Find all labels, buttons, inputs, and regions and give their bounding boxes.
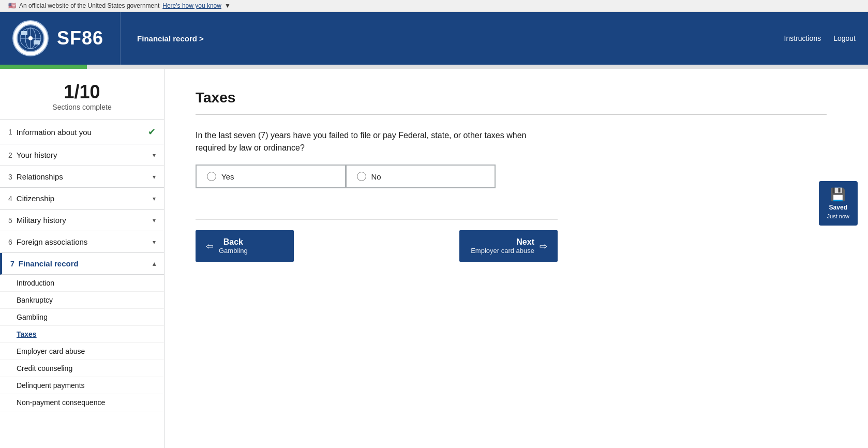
logo-circle: [12, 20, 49, 56]
sidebar-sub-item-delinquent-payments[interactable]: Delinquent payments: [0, 377, 164, 394]
how-you-know-link[interactable]: Here's how you know: [162, 2, 221, 9]
sidebar-sub-items: Introduction Bankruptcy Gambling Taxes E…: [0, 275, 164, 411]
radio-yes[interactable]: [207, 172, 216, 181]
sections-complete-label: Sections complete: [8, 103, 156, 111]
instructions-link[interactable]: Instructions: [784, 34, 821, 42]
chevron-icon: ▾: [153, 152, 156, 159]
chevron-icon: ▾: [153, 217, 156, 224]
radio-option-yes[interactable]: Yes: [196, 165, 346, 188]
chevron-icon: ▾: [153, 173, 156, 181]
save-time: Just now: [827, 213, 849, 219]
logo-area: SF86: [0, 12, 116, 65]
app-title: SF86: [57, 27, 103, 49]
question-text: In the last seven (7) years have you fai…: [196, 129, 547, 154]
header-nav: Instructions Logout: [772, 12, 868, 65]
sidebar-sub-item-taxes[interactable]: Taxes: [0, 326, 164, 343]
back-button[interactable]: ⇦ Back Gambling: [196, 230, 294, 262]
chevron-down-icon: ▼: [225, 2, 231, 9]
save-icon: 💾: [830, 187, 846, 202]
radio-no-label[interactable]: No: [371, 172, 381, 181]
sidebar-item-foreign-associations[interactable]: 6 Foreign associations ▾: [0, 231, 164, 253]
sidebar-sub-item-introduction[interactable]: Introduction: [0, 275, 164, 292]
radio-no[interactable]: [357, 172, 366, 181]
gov-banner: 🇺🇸 An official website of the United Sta…: [0, 0, 868, 12]
radio-yes-label[interactable]: Yes: [221, 172, 234, 181]
gov-banner-text: An official website of the United States…: [19, 2, 159, 9]
svg-rect-7: [34, 40, 40, 44]
sidebar-sub-item-credit-counseling[interactable]: Credit counseling: [0, 360, 164, 377]
sidebar-progress: 1/10 Sections complete: [0, 69, 164, 120]
main-layout: 1/10 Sections complete 1 Information abo…: [0, 69, 868, 448]
sidebar-item-your-history[interactable]: 2 Your history ▾: [0, 144, 164, 166]
radio-options: Yes No: [196, 165, 496, 188]
breadcrumb: Financial record >: [137, 34, 204, 43]
svg-rect-6: [21, 31, 27, 35]
main-content: Taxes In the last seven (7) years have y…: [164, 69, 868, 448]
chevron-icon: ▾: [153, 195, 156, 202]
sidebar-item-citizenship[interactable]: 4 Citizenship ▾: [0, 188, 164, 210]
logout-link[interactable]: Logout: [833, 34, 856, 42]
save-label: Saved: [829, 204, 847, 211]
sidebar-sub-item-gambling[interactable]: Gambling: [0, 309, 164, 326]
app-header: SF86 Financial record > Instructions Log…: [0, 12, 868, 65]
section-divider: [196, 114, 827, 115]
back-arrow-icon: ⇦: [206, 241, 214, 252]
flag-icon: 🇺🇸: [8, 2, 16, 9]
back-secondary-label: Gambling: [219, 247, 248, 255]
page-title: Taxes: [196, 89, 827, 106]
sidebar-item-financial-record[interactable]: 7 Financial record ▴: [0, 253, 164, 275]
sidebar-sub-item-employer-card-abuse[interactable]: Employer card abuse: [0, 343, 164, 360]
sidebar-item-relationships[interactable]: 3 Relationships ▾: [0, 166, 164, 188]
nav-buttons: ⇦ Back Gambling Next Employer card abuse…: [196, 219, 558, 262]
sidebar-item-military-history[interactable]: 5 Military history ▾: [0, 210, 164, 231]
next-arrow-icon: ⇨: [540, 241, 547, 252]
breadcrumb-area: Financial record >: [120, 12, 220, 65]
chevron-icon: ▾: [153, 238, 156, 246]
next-button[interactable]: Next Employer card abuse ⇨: [459, 230, 558, 262]
sidebar-sub-item-bankruptcy[interactable]: Bankruptcy: [0, 292, 164, 309]
sidebar-item-information-about-you[interactable]: 1 Information about you ✔: [0, 120, 164, 144]
sections-complete-count: 1/10: [8, 81, 156, 103]
next-secondary-label: Employer card abuse: [471, 247, 534, 255]
check-icon: ✔: [148, 126, 156, 138]
save-indicator: 💾 Saved Just now: [819, 181, 858, 226]
radio-option-no[interactable]: No: [346, 165, 496, 188]
sidebar: 1/10 Sections complete 1 Information abo…: [0, 69, 164, 448]
sidebar-sub-item-non-payment-consequence[interactable]: Non-payment consequence: [0, 394, 164, 411]
chevron-up-icon: ▴: [153, 260, 156, 267]
back-primary-label: Back: [219, 237, 248, 247]
progress-bar-container: [0, 65, 868, 69]
svg-point-5: [28, 36, 33, 40]
next-primary-label: Next: [471, 237, 534, 247]
progress-bar-fill: [0, 65, 87, 69]
